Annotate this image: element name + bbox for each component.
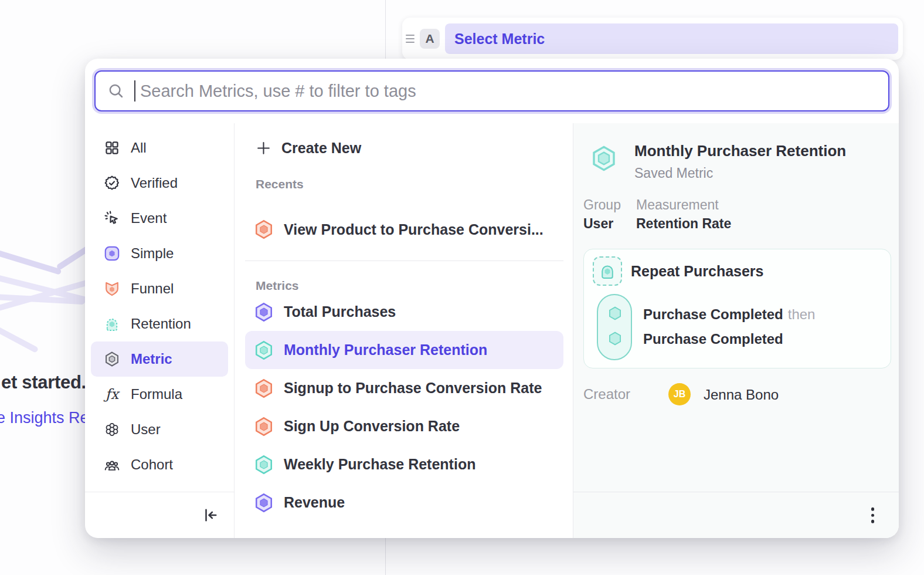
plus-icon [256,140,271,156]
simple-metric-icon [103,245,121,262]
sidebar-item-cohort[interactable]: Cohort [91,447,228,482]
creator-label: Creator [583,386,630,402]
group-label: Group [583,197,621,213]
definition-card: Repeat Purchasers Purchase Completedthen… [583,249,891,368]
retention-definition-icon [593,256,622,286]
search-input[interactable] [140,82,877,101]
metric-list-column: Create New Recents View Product to Purch… [235,123,573,538]
funnel-metric-hexagon-icon [253,378,274,399]
metric-item-signup-to-purchase-conversion-rate[interactable]: Signup to Purchase Conversion Rate [245,369,563,407]
sidebar-item-user[interactable]: User [91,412,228,447]
funnel-metric-hexagon-icon [253,219,274,240]
search-box [94,70,889,111]
definition-step-1: Purchase Completedthen [643,306,815,323]
group-value: User [583,216,613,232]
metric-item-weekly-purchase-retention[interactable]: Weekly Purchase Retention [245,445,563,483]
sidebar-item-event[interactable]: Event [91,201,228,236]
create-new-button[interactable]: Create New [245,131,563,164]
decorative-chart-line [0,322,39,353]
definition-title: Repeat Purchasers [631,263,764,280]
select-metric-bar: A Select Metric [402,18,903,60]
metric-item-total-purchases[interactable]: Total Purchases [245,293,563,331]
recents-heading: Recents [245,177,563,191]
cohort-people-icon [103,456,121,473]
list-divider [245,261,563,261]
metric-item-revenue[interactable]: Revenue [245,483,563,522]
simple-metric-hexagon-icon [253,302,274,323]
step-connector: then [788,306,816,322]
metric-picker-modal: All Verified [85,59,899,538]
sidebar-item-formula[interactable]: ƒx Formula [91,377,228,412]
metric-item-monthly-purchaser-retention[interactable]: Monthly Purchaser Retention [245,331,563,369]
sidebar-item-simple[interactable]: Simple [91,236,228,271]
background-insights-link-fragment[interactable]: e Insights Re [0,409,89,427]
sidebar-footer [85,492,235,538]
event-hexagon-icon [606,304,624,323]
user-cluster-icon [103,421,121,438]
metric-item-sign-up-conversion-rate[interactable]: Sign Up Conversion Rate [245,407,563,445]
retention-metric-hexagon-icon [253,340,274,361]
metric-hexagon-icon [103,350,121,368]
metric-detail-panel: Monthly Purchaser Retention Saved Metric… [573,123,899,538]
grid-icon [103,139,121,157]
event-sequence-pill [597,294,632,360]
modal-body: All Verified [85,123,899,538]
measurement-label: Measurement [636,197,719,213]
simple-metric-hexagon-icon [253,492,274,513]
text-caret [134,80,135,102]
detail-title: Monthly Purchaser Retention [634,142,846,160]
search-icon [107,82,125,100]
event-hexagon-icon [606,329,624,348]
sidebar-item-retention[interactable]: Retention [91,306,228,341]
funnel-metric-hexagon-icon [253,416,274,437]
funnel-icon [103,280,121,297]
decorative-chart-line [0,245,62,275]
detail-type: Saved Metric [634,165,713,181]
formula-fx-icon: ƒx [103,385,121,403]
retention-icon [103,315,121,333]
retention-metric-hexagon-icon [253,454,274,475]
verified-badge-icon [103,174,121,192]
collapse-left-icon [202,506,219,524]
metrics-heading: Metrics [245,279,563,293]
measurement-value: Retention Rate [636,216,731,232]
sidebar-item-metric[interactable]: Metric [91,341,228,377]
collapse-sidebar-button[interactable] [202,506,219,524]
filter-sidebar: All Verified [85,123,235,538]
creator-avatar: JB [668,383,691,405]
creator-name: Jenna Bono [704,387,779,403]
screen: et started. e Insights Re A Select Metri… [0,0,924,575]
event-cursor-icon [103,209,121,227]
definition-step-2: Purchase Completed [643,331,783,347]
sidebar-item-verified[interactable]: Verified [91,165,228,201]
sidebar-item-funnel[interactable]: Funnel [91,271,228,306]
detail-footer [573,492,899,538]
sidebar-item-all[interactable]: All [91,130,228,165]
drag-handle-icon[interactable] [406,35,415,43]
background-headline-fragment: et started. [1,372,86,393]
recent-item[interactable]: View Product to Purchase Conversi... [245,212,563,246]
series-a-badge[interactable]: A [420,29,440,49]
select-metric-button[interactable]: Select Metric [445,23,898,54]
saved-metric-hexagon-icon [590,144,618,175]
overflow-menu-button[interactable] [869,505,877,526]
